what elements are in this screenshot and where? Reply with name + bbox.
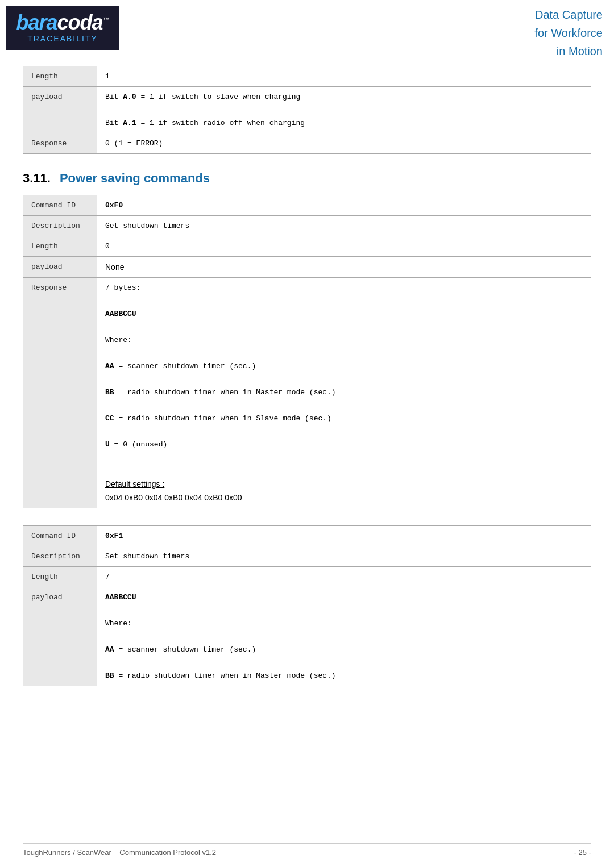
section-heading: 3.11. Power saving commands (23, 171, 591, 186)
cell-value: 0 (1 = ERROR) (97, 133, 591, 154)
cell-value: 0xF1 (97, 526, 591, 546)
cell-key: Command ID (23, 195, 97, 216)
section-title: Power saving commands (60, 171, 210, 186)
cell-value: Set shutdown timers (97, 546, 591, 567)
logo-traceability-text: Traceability (27, 34, 98, 43)
top-table: Length 1 payload Bit A.0 = 1 if switch t… (23, 66, 591, 154)
table-row: Description Set shutdown timers (23, 546, 591, 567)
cell-value: 0xF0 (97, 195, 591, 216)
cell-key: payload (23, 87, 97, 133)
section-number: 3.11. (23, 171, 51, 186)
header-line3: in Motion (534, 42, 603, 60)
cell-key: payload (23, 587, 97, 686)
cell-value: 1 (97, 66, 591, 87)
header-line2: for Workforce (534, 24, 603, 42)
header-line1: Data Capture (534, 6, 603, 24)
cell-key: Response (23, 278, 97, 508)
command-table-0xf0: Command ID 0xF0 Description Get shutdown… (23, 195, 591, 508)
logo-baracoda-text: baracoda™ (16, 12, 109, 33)
footer-left: ToughRunners / ScanWear – Communication … (23, 848, 216, 857)
cell-key: Command ID (23, 526, 97, 546)
page-header: baracoda™ Traceability Data Capture for … (0, 0, 614, 60)
table-row: Length 7 (23, 567, 591, 587)
header-taglines: Data Capture for Workforce in Motion (534, 6, 603, 60)
cell-value: 7 (97, 567, 591, 587)
page-footer: ToughRunners / ScanWear – Communication … (23, 843, 591, 857)
footer-right: - 25 - (574, 848, 591, 857)
table-row: Length 0 (23, 236, 591, 257)
cell-key: Description (23, 216, 97, 236)
table-row: Command ID 0xF1 (23, 526, 591, 546)
cell-value: AABBCCU Where: AA = scanner shutdown tim… (97, 587, 591, 686)
table-row: Command ID 0xF0 (23, 195, 591, 216)
cell-key: Response (23, 133, 97, 154)
cell-value: None (97, 257, 591, 278)
cell-value: Bit A.0 = 1 if switch to slave when char… (97, 87, 591, 133)
cell-value: 0 (97, 236, 591, 257)
cell-key: payload (23, 257, 97, 278)
main-content: Length 1 payload Bit A.0 = 1 if switch t… (0, 66, 614, 737)
table-row: Response 0 (1 = ERROR) (23, 133, 591, 154)
logo: baracoda™ Traceability (6, 6, 119, 50)
table-row: Description Get shutdown timers (23, 216, 591, 236)
cell-key: Length (23, 66, 97, 87)
table-row: Response 7 bytes: AABBCCU Where: AA = sc… (23, 278, 591, 508)
table-row: payload Bit A.0 = 1 if switch to slave w… (23, 87, 591, 133)
cell-key: Length (23, 567, 97, 587)
cell-value: 7 bytes: AABBCCU Where: AA = scanner shu… (97, 278, 591, 508)
cell-key: Description (23, 546, 97, 567)
table-row: payload AABBCCU Where: AA = scanner shut… (23, 587, 591, 686)
table-row: payload None (23, 257, 591, 278)
cell-key: Length (23, 236, 97, 257)
command-table-0xf1: Command ID 0xF1 Description Set shutdown… (23, 525, 591, 686)
table-row: Length 1 (23, 66, 591, 87)
cell-value: Get shutdown timers (97, 216, 591, 236)
